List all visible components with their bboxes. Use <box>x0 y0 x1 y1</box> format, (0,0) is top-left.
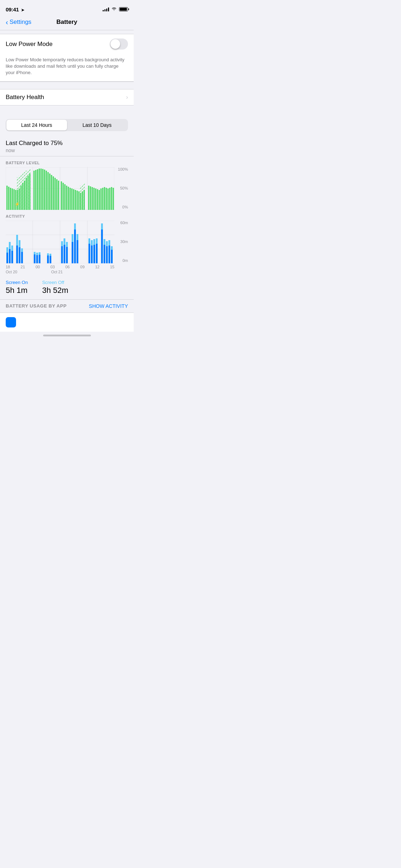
svg-rect-118 <box>77 240 78 263</box>
svg-rect-132 <box>106 246 108 263</box>
section-gap-top <box>0 30 134 34</box>
svg-rect-102 <box>38 255 40 263</box>
time-label-06: 06 <box>65 265 70 269</box>
battery-y-0: 0% <box>116 205 128 209</box>
svg-rect-13 <box>14 189 15 210</box>
low-power-mode-description: Low Power Mode temporarily reduces backg… <box>0 54 134 82</box>
time-label-21: 21 <box>21 265 25 269</box>
svg-rect-68 <box>95 188 96 210</box>
activity-chart-label: ACTIVITY <box>6 214 128 218</box>
svg-rect-45 <box>56 179 57 210</box>
svg-rect-46 <box>58 181 59 210</box>
svg-rect-135 <box>108 240 110 246</box>
svg-rect-127 <box>96 238 98 244</box>
battery-y-100: 100% <box>116 167 128 171</box>
svg-rect-75 <box>107 188 108 210</box>
signal-icon <box>103 7 109 11</box>
svg-rect-33 <box>35 170 36 210</box>
time-label-03: 03 <box>50 265 55 269</box>
svg-rect-129 <box>101 223 103 229</box>
svg-rect-125 <box>93 239 95 245</box>
battery-health-section: Battery Health › <box>0 89 134 105</box>
svg-rect-39 <box>46 171 47 210</box>
svg-rect-110 <box>63 245 65 263</box>
svg-rect-69 <box>97 189 98 210</box>
svg-rect-43 <box>53 176 54 210</box>
svg-rect-106 <box>50 256 51 263</box>
show-activity-button[interactable]: SHOW ACTIVITY <box>89 303 128 309</box>
battery-level-section: BATTERY LEVEL <box>0 156 134 210</box>
svg-rect-91 <box>11 246 13 251</box>
svg-rect-96 <box>21 252 23 263</box>
app-icon <box>6 317 16 327</box>
svg-rect-111 <box>63 238 65 245</box>
svg-rect-116 <box>74 229 76 263</box>
battery-chart-label: BATTERY LEVEL <box>6 161 128 165</box>
svg-rect-29 <box>27 176 29 210</box>
svg-rect-35 <box>38 169 40 210</box>
svg-rect-71 <box>101 188 102 210</box>
svg-rect-10 <box>8 187 9 210</box>
battery-y-50: 50% <box>116 186 128 190</box>
svg-rect-114 <box>72 242 73 263</box>
back-button[interactable]: ‹ Settings <box>6 19 31 26</box>
svg-rect-63 <box>83 190 84 210</box>
svg-rect-61 <box>82 191 83 210</box>
svg-rect-21 <box>20 186 21 210</box>
svg-rect-92 <box>16 246 18 263</box>
time-label-12: 12 <box>95 265 99 269</box>
svg-rect-55 <box>75 190 76 210</box>
svg-rect-67 <box>93 188 94 210</box>
svg-rect-70 <box>99 190 100 210</box>
screen-on-stat: Screen On 5h 1m <box>6 280 28 295</box>
svg-rect-99 <box>34 252 36 254</box>
screen-on-value: 5h 1m <box>6 286 28 295</box>
svg-rect-64 <box>88 186 89 210</box>
low-power-mode-row: Low Power Mode <box>0 34 134 54</box>
activity-y-30: 30m <box>116 239 128 244</box>
svg-rect-42 <box>51 175 52 210</box>
activity-chart-container: 60m 30m 0m <box>6 221 128 263</box>
segment-10d[interactable]: Last 10 Days <box>67 120 128 130</box>
svg-rect-117 <box>74 223 76 229</box>
status-icons <box>103 7 128 12</box>
status-bar: 09:41 ➤ <box>0 0 134 16</box>
svg-rect-52 <box>70 188 71 210</box>
svg-rect-103 <box>38 252 40 255</box>
svg-rect-36 <box>40 169 41 210</box>
svg-rect-133 <box>106 241 108 246</box>
svg-rect-78 <box>113 188 114 210</box>
screen-off-label: Screen Off <box>42 280 68 285</box>
time-labels: 18 21 00 03 06 09 12 15 <box>6 265 128 269</box>
svg-rect-32 <box>34 171 35 210</box>
battery-health-row[interactable]: Battery Health › <box>0 89 134 105</box>
svg-rect-44 <box>55 178 56 210</box>
svg-rect-11 <box>10 188 11 210</box>
battery-health-label: Battery Health <box>6 94 44 101</box>
last-charged-subtitle: now <box>6 148 128 153</box>
low-power-mode-toggle[interactable] <box>110 38 128 50</box>
svg-rect-48 <box>62 183 63 210</box>
svg-rect-53 <box>71 188 72 210</box>
svg-rect-31 <box>29 174 30 210</box>
activity-chart <box>6 221 114 263</box>
time-range-segment[interactable]: Last 24 Hours Last 10 Days <box>6 119 128 131</box>
svg-rect-38 <box>44 170 45 210</box>
svg-rect-9 <box>6 186 7 210</box>
chevron-right-icon: › <box>126 94 128 100</box>
last-charged-title: Last Charged to 75% <box>6 140 128 147</box>
svg-rect-25 <box>24 181 25 210</box>
svg-rect-86 <box>6 253 8 263</box>
activity-y-labels: 60m 30m 0m <box>114 221 128 263</box>
wifi-icon <box>111 7 117 12</box>
svg-rect-112 <box>66 247 68 263</box>
time-label-18: 18 <box>6 265 10 269</box>
svg-rect-124 <box>93 245 95 263</box>
back-label: Settings <box>10 19 31 26</box>
segment-24h[interactable]: Last 24 Hours <box>6 120 67 130</box>
toggle-knob <box>110 39 120 49</box>
svg-rect-93 <box>16 235 18 246</box>
svg-rect-34 <box>37 169 38 210</box>
screen-off-value: 3h 52m <box>42 286 68 295</box>
usage-header: BATTERY USAGE BY APP SHOW ACTIVITY <box>0 299 134 312</box>
